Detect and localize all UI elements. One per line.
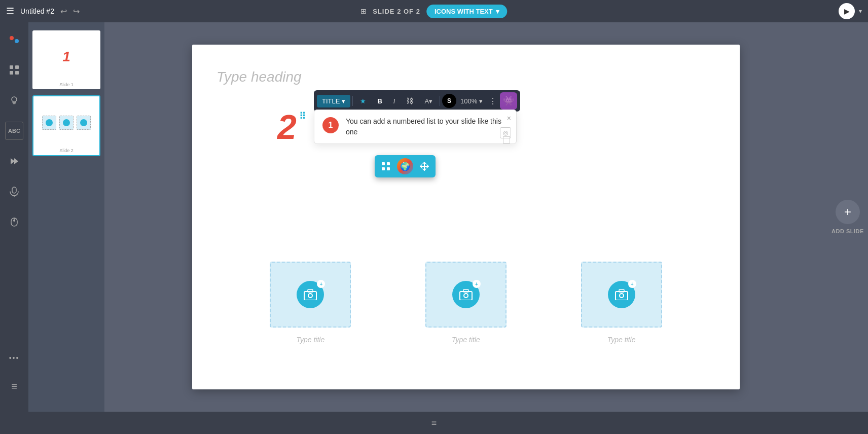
theme-arrow-icon: ▾ xyxy=(496,8,499,15)
svg-rect-14 xyxy=(382,167,385,170)
sidebar-mouse-icon[interactable] xyxy=(5,213,23,231)
alien-button[interactable]: 👾 xyxy=(500,92,517,110)
slides-panel: 1 Slide 1 Slide 2 xyxy=(28,22,104,412)
svg-marker-6 xyxy=(14,158,18,164)
slide-thumb-2[interactable]: Slide 2 xyxy=(32,95,100,156)
mini-move-button[interactable] xyxy=(415,157,433,175)
big-number-2: 2 ⠿ xyxy=(277,110,297,144)
tooltip-close-button[interactable]: × xyxy=(507,114,511,122)
svg-rect-0 xyxy=(10,65,13,69)
mini-avatar-button[interactable]: 🌍 xyxy=(396,157,414,175)
canvas-area: Type heading TITLE ▾ ★ B I ⛓ xyxy=(104,22,827,412)
undo-button[interactable]: ↩ xyxy=(60,7,67,16)
svg-point-23 xyxy=(620,294,624,298)
theme-label: ICONS WITH TEXT xyxy=(435,8,493,15)
icon-circle-1: + xyxy=(297,281,324,308)
topbar-arrow-icon[interactable]: ▾ xyxy=(859,8,862,15)
slide-thumb-1[interactable]: 1 Slide 1 xyxy=(32,30,100,89)
theme-button[interactable]: ICONS WITH TEXT ▾ xyxy=(426,5,508,18)
user-initial: S xyxy=(447,97,451,104)
icon-plus-badge-3: + xyxy=(628,280,636,288)
icon-plus-badge-1: + xyxy=(317,280,325,288)
italic-icon: I xyxy=(393,97,395,105)
play-button[interactable]: ▶ xyxy=(839,3,855,19)
svg-marker-5 xyxy=(11,158,15,164)
doc-title[interactable]: Untitled #2 xyxy=(20,7,54,15)
sidebar-dots-icon[interactable]: ••• xyxy=(5,349,23,367)
star-icon: ★ xyxy=(360,97,366,105)
zoom-label: 100% xyxy=(460,97,477,105)
slide-1-number: 1 xyxy=(62,49,70,65)
more-options-button[interactable]: ⋮ xyxy=(487,96,499,106)
left-sidebar: ABC ••• ≡ xyxy=(0,22,28,412)
user-color-button[interactable]: S xyxy=(442,94,456,108)
zoom-selector[interactable]: 100% ▾ xyxy=(457,97,486,105)
text-abc-label: ABC xyxy=(8,128,20,134)
alien-icon: 👾 xyxy=(503,95,514,106)
icon-plus-badge-2: + xyxy=(473,280,481,288)
redo-button[interactable]: ↪ xyxy=(73,7,80,16)
italic-button[interactable]: I xyxy=(388,95,401,107)
grid-icon-top: ⊞ xyxy=(360,7,367,15)
slide-indicator: SLIDE 2 OF 2 xyxy=(373,8,420,15)
svg-point-20 xyxy=(464,294,468,298)
svg-rect-1 xyxy=(15,65,19,69)
link-icon: ⛓ xyxy=(406,97,413,105)
icon-card-3-label[interactable]: Type title xyxy=(607,336,636,344)
add-slide-label: ADD SLIDE xyxy=(831,228,864,234)
icon-card-1: + Type title xyxy=(270,262,351,344)
svg-point-17 xyxy=(308,294,312,298)
add-slide-panel: + ADD SLIDE xyxy=(827,22,868,412)
icon-card-2-label[interactable]: Type title xyxy=(452,336,480,344)
tooltip-target-icon[interactable]: ◎ xyxy=(500,127,511,138)
bold-button[interactable]: B xyxy=(372,95,387,107)
mini-toolbar: 🌍 xyxy=(375,155,436,177)
color-text-button[interactable]: A▾ xyxy=(419,95,438,107)
link-button[interactable]: ⛓ xyxy=(401,94,418,107)
menu-icon[interactable]: ☰ xyxy=(6,6,14,17)
title-label: TITLE xyxy=(322,97,340,105)
svg-rect-18 xyxy=(308,290,313,292)
icon-box-3[interactable]: + xyxy=(581,262,662,328)
topbar: ☰ Untitled #2 ↩ ↪ ⊞ SLIDE 2 OF 2 ICONS W… xyxy=(0,0,868,22)
add-slide-button[interactable]: + xyxy=(836,200,860,224)
svg-rect-12 xyxy=(382,162,385,165)
text-toolbar: TITLE ▾ ★ B I ⛓ A▾ xyxy=(314,90,520,112)
svg-rect-7 xyxy=(12,187,16,193)
svg-rect-19 xyxy=(460,292,472,300)
svg-rect-15 xyxy=(387,167,390,170)
sidebar-text-icon[interactable]: ABC xyxy=(5,122,23,140)
color-text-icon: A▾ xyxy=(424,97,432,105)
tooltip-box: × 1 You can add a numbered list to your … xyxy=(314,110,517,144)
tooltip-num-text: 1 xyxy=(329,121,333,130)
icon-card-1-label[interactable]: Type title xyxy=(296,336,324,344)
bottom-list-icon[interactable]: ≡ xyxy=(431,418,437,428)
icon-box-2[interactable]: + xyxy=(425,262,507,328)
sidebar-logo-icon[interactable] xyxy=(5,30,23,49)
svg-rect-13 xyxy=(387,162,390,165)
svg-rect-16 xyxy=(304,292,316,300)
main-area: ABC ••• ≡ xyxy=(0,22,868,412)
star-button[interactable]: ★ xyxy=(355,95,371,107)
icon-circle-3: + xyxy=(608,281,635,308)
sidebar-grid-icon[interactable] xyxy=(5,61,23,79)
mini-grid-button[interactable] xyxy=(377,157,395,175)
sidebar-mic-icon[interactable] xyxy=(5,183,23,201)
svg-rect-21 xyxy=(463,290,468,292)
sidebar-forward-icon[interactable] xyxy=(5,152,23,170)
sidebar-bulb-icon[interactable] xyxy=(5,91,23,110)
title-dropdown-button[interactable]: TITLE ▾ xyxy=(317,95,350,107)
add-slide-icon: + xyxy=(844,205,851,219)
bold-icon: B xyxy=(377,97,382,105)
bottom-bar: ≡ xyxy=(0,412,868,434)
icon-card-2: + Type title xyxy=(425,262,507,344)
icon-box-1[interactable]: + xyxy=(270,262,351,328)
svg-rect-24 xyxy=(619,290,624,292)
sidebar-list-icon[interactable]: ≡ xyxy=(5,377,23,395)
slide-1-label: Slide 1 xyxy=(34,81,98,87)
svg-rect-2 xyxy=(10,71,13,75)
svg-rect-3 xyxy=(15,71,19,75)
slide-heading[interactable]: Type heading xyxy=(216,69,302,85)
icon-cards: + Type title + xyxy=(192,262,740,344)
tooltip-text: You can add a numbered list to your slid… xyxy=(346,116,508,137)
